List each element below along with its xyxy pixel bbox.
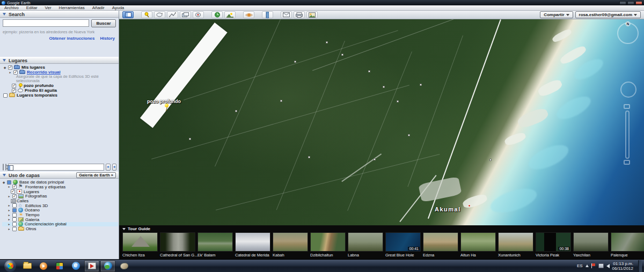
taskbar-paint[interactable]	[116, 260, 131, 272]
zoom-out-knob[interactable]	[624, 160, 630, 165]
tour-thumbnail[interactable]	[611, 232, 644, 252]
tour-thumbnail[interactable]	[310, 232, 346, 252]
maximize-button[interactable]	[627, 1, 634, 5]
places-item-predio-el-aguila[interactable]: Predio El aguila	[3, 88, 119, 93]
email-icon[interactable]	[281, 11, 292, 18]
menu-ayuda[interactable]: Ayuda	[112, 5, 125, 10]
tour-item[interactable]: Kabah	[273, 232, 308, 258]
expander-icon[interactable]: ▸	[8, 195, 11, 198]
tour-thumbnail[interactable]	[197, 232, 233, 252]
expander-icon[interactable]: ▸	[8, 223, 11, 226]
tour-item[interactable]: Chichen Itza	[122, 232, 158, 258]
map-viewport[interactable]: pozo profundo Akumal N	[119, 19, 644, 225]
tour-item[interactable]: 00:38 Victoria Peak	[536, 232, 571, 258]
checkbox-unchecked[interactable]	[3, 93, 8, 98]
volume-icon[interactable]	[606, 264, 610, 268]
expander-icon[interactable]: ◆	[3, 66, 6, 69]
language-indicator[interactable]: ES	[577, 263, 583, 268]
places-filter-input[interactable]	[8, 164, 104, 171]
tour-item[interactable]: Palenque	[611, 232, 644, 258]
tour-thumbnail[interactable]: 00:41	[385, 232, 421, 252]
search-button[interactable]: Buscar	[91, 19, 116, 27]
earth-gallery-button[interactable]: Galería de Earth »	[76, 172, 116, 178]
layer-fotografias[interactable]: ▸ Fotografías	[2, 194, 119, 199]
menu-editar[interactable]: Editar	[26, 5, 38, 10]
get-directions-link[interactable]: Obtener instrucciones	[49, 36, 95, 41]
town-marker[interactable]	[468, 204, 471, 207]
checkbox-checked[interactable]	[12, 194, 17, 199]
expander-icon[interactable]: ▸	[8, 185, 11, 188]
layer-fronteras[interactable]: ▸ Fronteras y etiquetas	[2, 185, 119, 189]
zoom-slider[interactable]	[625, 111, 630, 159]
tour-item[interactable]: Dzibilchaltun	[310, 232, 346, 258]
layer-concienciacion-global[interactable]: ▸ Concienciación global	[2, 222, 118, 227]
menu-ver[interactable]: Ver	[45, 5, 52, 10]
search-input[interactable]	[3, 19, 89, 27]
tour-thumbnail[interactable]	[235, 232, 270, 252]
history-link[interactable]: History	[100, 36, 115, 41]
share-button[interactable]: Compartir	[540, 11, 573, 18]
taskbar-media-app-active[interactable]	[84, 260, 99, 272]
layer-otros[interactable]: ▸ Otros	[2, 226, 119, 231]
search-places-icon[interactable]	[3, 164, 4, 171]
tour-guide-header[interactable]: Tour Guide	[119, 225, 644, 232]
ruler-icon[interactable]	[262, 11, 273, 18]
expander-icon[interactable]: ▸	[8, 218, 11, 221]
taskbar-media-player[interactable]	[36, 260, 51, 272]
tour-item[interactable]: Yaxchilan	[573, 232, 609, 258]
zoom-in-knob[interactable]	[624, 104, 630, 109]
taskbar-google-earth-active[interactable]	[100, 260, 115, 272]
account-menu-button[interactable]: rosa.esther09@gmail.com	[575, 11, 641, 18]
tour-thumbnail[interactable]	[122, 232, 158, 252]
tour-item[interactable]: Altun Ha	[460, 232, 496, 258]
toggle-sidebar-icon[interactable]	[122, 11, 134, 18]
checkbox-unchecked[interactable]	[12, 213, 17, 217]
checkbox-partial[interactable]	[12, 208, 17, 212]
tour-thumbnail[interactable]	[160, 232, 195, 252]
checkbox-unchecked[interactable]	[12, 203, 17, 208]
tour-thumbnail[interactable]: 00:38	[536, 232, 571, 252]
places-panel-header[interactable]: Lugares	[0, 57, 119, 64]
tour-item[interactable]: Xunantunich	[498, 232, 533, 258]
expander-icon[interactable]: ◆	[2, 181, 5, 184]
tour-item[interactable]: Ek' Balam	[197, 232, 233, 258]
tour-thumbnail[interactable]	[498, 232, 533, 252]
print-icon[interactable]	[294, 11, 305, 18]
expander-icon[interactable]: ▸	[8, 227, 11, 231]
expander-icon[interactable]: ▸	[8, 204, 11, 207]
show-desktop-button[interactable]	[638, 260, 642, 272]
expander-icon[interactable]: ▸	[9, 71, 12, 74]
add-placemark-icon[interactable]	[141, 11, 152, 18]
menu-herramientas[interactable]: Herramientas	[59, 5, 85, 10]
predio-el-aguila-polygon[interactable]	[140, 23, 228, 128]
close-button[interactable]	[635, 1, 642, 5]
checkbox-unchecked[interactable]	[12, 227, 17, 231]
layer-tiempo[interactable]: ▸ Tiempo	[2, 212, 119, 217]
menu-archivo[interactable]: Archivo	[4, 5, 19, 10]
taskbar-internet-explorer[interactable]	[68, 260, 83, 272]
layer-edificios-3d[interactable]: ▸ Edificios 3D	[2, 203, 119, 208]
network-icon[interactable]	[598, 263, 604, 268]
clock[interactable]: 01:13 p.m. 06/11/2012	[612, 261, 633, 271]
tour-thumbnail[interactable]	[573, 232, 609, 252]
expander-icon[interactable]: ▸	[8, 214, 11, 217]
places-item-lugares-temporales[interactable]: Lugares temporales	[3, 93, 119, 98]
tour-thumbnail[interactable]	[423, 232, 458, 252]
start-button[interactable]	[4, 260, 16, 272]
toggle-panel-icon[interactable]	[5, 164, 6, 171]
tour-item[interactable]: Cathedral of San G...	[160, 232, 195, 258]
add-path-icon[interactable]	[167, 11, 178, 18]
taskbar-app-grid[interactable]	[52, 260, 67, 272]
tour-item[interactable]: Labna	[348, 232, 383, 258]
look-joystick[interactable]	[620, 82, 636, 98]
menu-anadir[interactable]: Añadir	[92, 5, 105, 10]
action-center-icon[interactable]	[591, 263, 596, 268]
layers-panel-header[interactable]: Uso de capas Galería de Earth »	[0, 172, 119, 179]
planets-icon[interactable]	[243, 11, 254, 18]
checkbox-unchecked[interactable]	[12, 217, 17, 222]
tour-thumbnail[interactable]	[348, 232, 383, 252]
places-item-mis-lugares[interactable]: ◆ Mis lugares	[3, 65, 119, 70]
show-hidden-icons[interactable]	[586, 264, 589, 267]
add-polygon-icon[interactable]	[154, 11, 165, 18]
places-item-pozo-profundo[interactable]: pozo profundo	[3, 83, 119, 88]
